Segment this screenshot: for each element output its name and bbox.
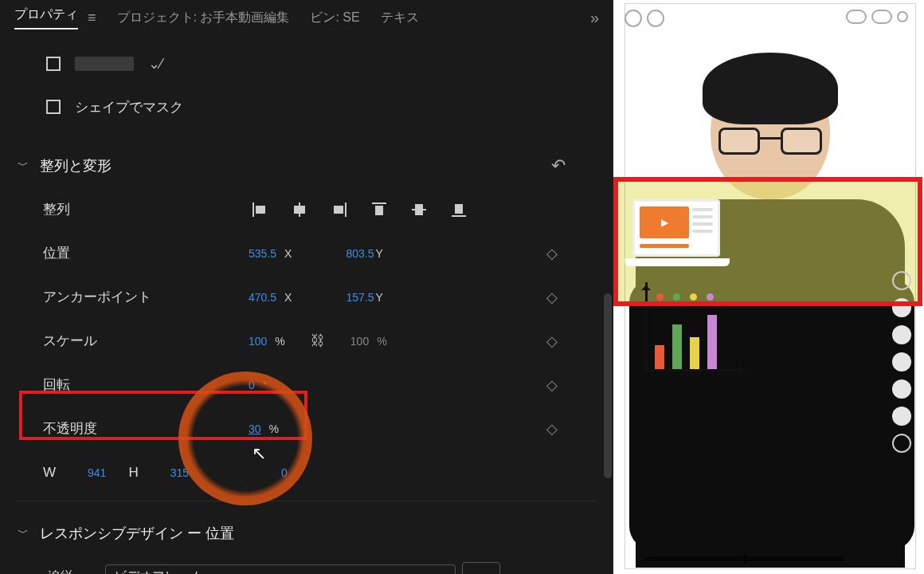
scale-unit: %: [275, 335, 284, 348]
opacity-label: 不透明度: [18, 419, 249, 438]
align-icons: [252, 202, 467, 218]
mask-icon: [46, 100, 61, 114]
extra-value[interactable]: 0: [281, 466, 288, 479]
pin-tool-button[interactable]: ┬: [462, 562, 500, 574]
svg-rect-1: [256, 206, 265, 214]
align-left-icon[interactable]: [252, 202, 268, 218]
chevron-down-icon: ﹀: [18, 159, 30, 173]
layer-toggle-icon[interactable]: ⌄⁄: [148, 55, 162, 73]
svg-rect-9: [415, 204, 423, 215]
position-y-value[interactable]: 803.5: [346, 247, 374, 260]
anchor-x-unit: X: [284, 291, 292, 304]
position-label: 位置: [18, 244, 249, 262]
size-row: W 941 H 315 0: [18, 450, 596, 494]
svg-rect-4: [345, 202, 346, 217]
tab-bar: プロパティ ≡ プロジェクト: お手本動画編集 ビン: SE テキス »: [0, 0, 613, 36]
align-row: 整列: [18, 187, 596, 231]
position-row: 位置 535.5X 803.5Y ◇: [18, 231, 596, 275]
overlay-dots-tl: [624, 10, 664, 27]
width-value[interactable]: 941: [88, 466, 106, 479]
scale-x-value[interactable]: 100: [249, 335, 267, 348]
svg-rect-3: [294, 206, 305, 214]
anchor-y-unit: Y: [375, 291, 382, 304]
anchor-y-value[interactable]: 157.5: [346, 291, 374, 304]
position-y-unit: Y: [375, 247, 382, 260]
section-transform-title: 整列と変形: [40, 156, 112, 175]
height-label: H: [128, 465, 138, 481]
timeline-scrub[interactable]: [645, 556, 844, 561]
position-x-unit: X: [284, 247, 292, 260]
tab-bin[interactable]: ビン: SE: [310, 10, 359, 26]
svg-rect-6: [372, 202, 386, 204]
follow-select[interactable]: ビデオフレーム ⌄: [105, 564, 456, 575]
rotation-unit: °: [263, 379, 268, 391]
rotation-row: 回転 0° ◇: [18, 363, 596, 407]
shape-mask-label: シェイプでマスク: [75, 98, 183, 116]
link-icon[interactable]: ⛓: [311, 332, 325, 349]
anchor-x-value[interactable]: 470.5: [249, 291, 276, 304]
panel-menu-icon[interactable]: ≡: [88, 10, 96, 26]
tab-properties[interactable]: プロパティ: [14, 6, 78, 29]
tab-text[interactable]: テキス: [381, 10, 419, 26]
scale-label: スケール: [18, 332, 249, 350]
program-monitor: ▶: [613, 0, 924, 574]
svg-rect-10: [452, 215, 466, 217]
section-responsive-title: レスポンシブデザイン ー 位置: [40, 524, 234, 543]
layer-icon: [46, 57, 61, 71]
scale-y-value[interactable]: 100: [350, 335, 369, 348]
opacity-row: 不透明度 30% ◇: [18, 407, 596, 450]
width-label: W: [43, 465, 56, 481]
align-right-icon[interactable]: [331, 202, 347, 218]
align-bottom-icon[interactable]: [451, 202, 467, 218]
opacity-value[interactable]: 30: [249, 423, 261, 435]
keyframe-icon[interactable]: ◇: [546, 376, 558, 394]
keyframe-icon[interactable]: ◇: [546, 289, 558, 306]
chevron-down-icon: ﹀: [18, 526, 30, 541]
follow-label: 追従：: [48, 568, 86, 575]
keyframe-icon[interactable]: ◇: [546, 245, 558, 262]
layer-row: ⌄⁄: [18, 42, 596, 85]
scrollbar[interactable]: [604, 293, 612, 478]
keyframe-icon[interactable]: ◇: [546, 420, 558, 438]
section-transform-header[interactable]: ﹀ 整列と変形 ↶: [18, 144, 596, 187]
chevron-down-icon: ⌄: [437, 570, 447, 574]
rotation-label: 回転: [18, 375, 249, 394]
align-top-icon[interactable]: [371, 202, 387, 218]
safe-margin: [624, 3, 916, 569]
reset-icon[interactable]: ↶: [551, 155, 566, 176]
tabs-overflow-icon[interactable]: »: [590, 9, 599, 27]
svg-rect-7: [375, 206, 383, 215]
svg-rect-5: [334, 206, 343, 214]
properties-panel: プロパティ ≡ プロジェクト: お手本動画編集 ビン: SE テキス » ⌄⁄ …: [0, 0, 613, 574]
position-x-value[interactable]: 535.5: [249, 247, 276, 260]
height-value[interactable]: 315: [170, 466, 189, 479]
svg-rect-11: [455, 204, 463, 214]
align-center-h-icon[interactable]: [292, 202, 307, 218]
align-label: 整列: [18, 200, 249, 218]
follow-select-value: ビデオフレーム: [114, 568, 203, 575]
overlay-side-dots: [892, 271, 911, 453]
anchor-label: アンカーポイント: [18, 288, 249, 306]
follow-row: 追従： ビデオフレーム ⌄ ┬: [18, 555, 596, 574]
scale-row: スケール 100% ⛓ 100% ◇: [18, 319, 596, 363]
rotation-value[interactable]: 0: [249, 379, 255, 391]
layer-name-field[interactable]: [75, 57, 134, 71]
anchor-row: アンカーポイント 470.5X 157.5Y ◇: [18, 275, 596, 319]
svg-rect-0: [253, 202, 254, 217]
scale-unit-2: %: [377, 335, 386, 348]
keyframe-icon[interactable]: ◇: [546, 332, 558, 350]
shape-mask-row[interactable]: シェイプでマスク: [18, 85, 596, 128]
align-center-v-icon[interactable]: [411, 202, 427, 218]
tab-project[interactable]: プロジェクト: お手本動画編集: [117, 10, 290, 26]
opacity-unit: %: [269, 423, 279, 435]
section-responsive-header[interactable]: ﹀ レスポンシブデザイン ー 位置: [18, 512, 596, 555]
overlay-dots-tr: [846, 10, 908, 24]
